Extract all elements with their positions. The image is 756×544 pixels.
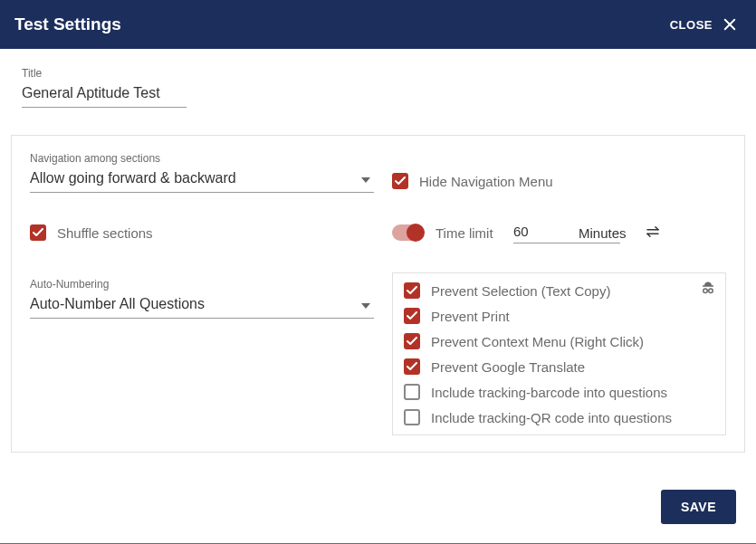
svg-point-4 (703, 289, 708, 293)
security-label: Prevent Context Menu (Right Click) (431, 334, 644, 349)
security-checkbox[interactable] (404, 409, 420, 425)
shuffle-label: Shuffle sections (57, 225, 153, 241)
close-label: CLOSE (670, 18, 713, 32)
save-button[interactable]: SAVE (661, 490, 736, 524)
dialog-header: Test Settings CLOSE (0, 0, 756, 49)
security-checkbox[interactable] (404, 308, 420, 324)
dialog-title: Test Settings (14, 14, 121, 34)
title-input[interactable] (22, 81, 187, 108)
close-icon (722, 16, 738, 33)
hide-nav-label: Hide Navigation Menu (419, 174, 553, 189)
security-item: Prevent Context Menu (Right Click) (404, 333, 714, 349)
title-field-label: Title (22, 67, 734, 80)
security-item: Prevent Google Translate (404, 358, 714, 375)
navigation-value[interactable] (30, 167, 374, 193)
test-settings-dialog: Test Settings CLOSE Title Navigation amo… (0, 0, 756, 544)
time-limit-label: Time limit (435, 225, 501, 241)
security-checkbox[interactable] (404, 333, 420, 349)
svg-point-5 (709, 289, 713, 293)
hide-nav-checkbox[interactable] (392, 173, 408, 189)
security-item: Include tracking-QR code into questions (404, 409, 714, 425)
security-checkbox[interactable] (404, 282, 420, 299)
security-label: Include tracking-barcode into questions (431, 385, 667, 400)
navigation-label: Navigation among sections (30, 152, 374, 165)
swap-unit-icon[interactable] (645, 225, 661, 241)
time-limit-unit: Minutes (579, 225, 627, 241)
security-checkbox[interactable] (404, 384, 420, 400)
dialog-body: Title Navigation among sections (0, 49, 756, 453)
auto-numbering-select[interactable] (30, 292, 374, 319)
security-item: Include tracking-barcode into questions (404, 384, 714, 400)
incognito-icon (700, 281, 716, 300)
navigation-select[interactable] (30, 167, 374, 193)
title-field-block: Title (22, 67, 734, 108)
shuffle-checkbox[interactable] (30, 224, 46, 241)
security-label: Prevent Print (431, 309, 510, 324)
security-checkbox[interactable] (404, 358, 420, 375)
security-label: Include tracking-QR code into questions (431, 410, 672, 425)
security-label: Prevent Google Translate (431, 359, 585, 375)
security-label: Prevent Selection (Text Copy) (431, 283, 610, 299)
auto-numbering-value[interactable] (30, 292, 374, 319)
security-item: Prevent Selection (Text Copy) (404, 282, 714, 299)
auto-numbering-label: Auto-Numbering (30, 278, 374, 291)
time-limit-toggle[interactable] (392, 224, 423, 241)
security-item: Prevent Print (404, 308, 714, 324)
security-panel: Prevent Selection (Text Copy)Prevent Pri… (392, 272, 726, 435)
dialog-footer: SAVE (661, 490, 736, 524)
close-button[interactable]: CLOSE (670, 16, 738, 33)
settings-panel: Navigation among sections Hide Navigatio… (11, 135, 745, 453)
